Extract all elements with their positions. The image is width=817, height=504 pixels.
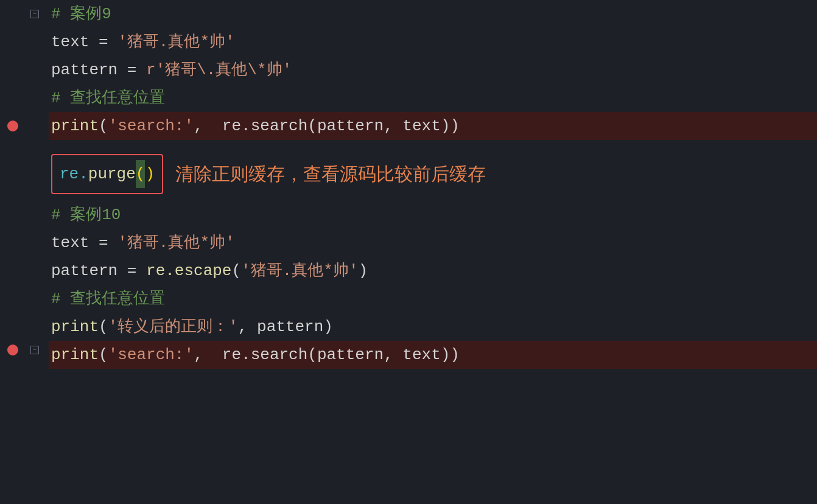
plain-2: , re.search	[194, 112, 307, 140]
plain-8: (	[99, 313, 108, 341]
func-re-escape: re.escape	[146, 257, 231, 285]
code-line-11: print ( 'search:' , re.search ( pattern …	[49, 341, 817, 369]
string-pattern-1: r'猪哥\.真他\*帅'	[146, 56, 292, 84]
plain-7: )	[359, 257, 368, 285]
plain-15: ))	[441, 341, 460, 369]
gutter-line-11: −	[0, 336, 43, 364]
annotation-text: 清除正则缓存，查看源码比较前后缓存	[175, 160, 486, 188]
var-pattern-ref-2: pattern	[257, 313, 323, 341]
var-text-ref-1: text	[402, 112, 440, 140]
purge-method-name: purge	[88, 160, 136, 188]
plain-12: , re.search	[194, 341, 307, 369]
code-line-2: text = '猪哥.真他*帅'	[49, 28, 817, 56]
var-pattern-ref-3: pattern	[317, 341, 384, 369]
code-line-9: # 查找任意位置	[49, 285, 817, 313]
string-2: '猪哥.真他*帅'	[117, 229, 234, 257]
purge-box: re.purge()	[51, 154, 163, 194]
func-print-2: print	[51, 313, 99, 341]
gutter-line-3	[0, 56, 43, 84]
plain-3: (	[307, 112, 317, 140]
var-text-2: text	[51, 229, 89, 257]
plain-6: (	[231, 257, 241, 285]
var-text-1: text	[51, 28, 89, 56]
str-search-1: 'search:'	[108, 112, 194, 140]
breakpoint-5[interactable]	[7, 121, 18, 131]
editor-container: − − # 案例9	[0, 0, 817, 504]
plain-4: ,	[384, 112, 402, 140]
str-escaped: '转义后的正则：'	[108, 313, 238, 341]
purge-re-prefix: re.	[60, 160, 88, 188]
gutter-line-4	[0, 84, 43, 112]
plain-5: ))	[441, 112, 460, 140]
gutter-line-9	[0, 280, 43, 308]
equals-2: =	[117, 56, 146, 84]
breakpoint-11[interactable]	[7, 345, 18, 355]
gutter-line-10	[0, 308, 43, 336]
comment-find-2: # 查找任意位置	[51, 285, 165, 313]
gutter-line-8	[0, 252, 43, 280]
plain-11: (	[99, 341, 108, 369]
var-text-ref-2: text	[402, 341, 440, 369]
var-pattern-2: pattern	[51, 257, 117, 285]
func-print-1: print	[51, 112, 99, 140]
comment-9: # 案例9	[51, 0, 111, 28]
code-line-10: print ( '转义后的正则：' , pattern )	[49, 313, 817, 341]
str-search-2: 'search:'	[108, 341, 194, 369]
code-area: # 案例9 text = '猪哥.真他*帅' pattern = r'猪哥\.真…	[43, 0, 817, 504]
gutter-line-5	[0, 112, 43, 140]
func-print-3: print	[51, 341, 99, 369]
string-3: '猪哥.真他*帅'	[241, 257, 358, 285]
annotation-row: re.purge() 清除正则缓存，查看源码比较前后缓存	[49, 140, 817, 201]
purge-paren-close: )	[145, 160, 155, 188]
purge-paren-open: (	[136, 160, 146, 188]
code-line-6: # 案例10	[49, 201, 817, 229]
equals-3: =	[89, 229, 117, 257]
code-line-4: # 查找任意位置	[49, 84, 817, 112]
gutter-line-6	[0, 196, 43, 224]
gutter-line-2	[0, 28, 43, 56]
annotation-container: re.purge() 清除正则缓存，查看源码比较前后缓存	[51, 146, 486, 202]
code-line-7: text = '猪哥.真他*帅'	[49, 229, 817, 257]
plain-1: (	[99, 112, 108, 140]
comment-find-1: # 查找任意位置	[51, 84, 165, 112]
code-line-3: pattern = r'猪哥\.真他\*帅'	[49, 56, 817, 84]
code-line-1: # 案例9	[49, 0, 817, 28]
gutter-line-7	[0, 224, 43, 252]
gutter: − −	[0, 0, 43, 504]
equals-1: =	[89, 28, 117, 56]
plain-14: ,	[384, 341, 402, 369]
code-line-8: pattern = re.escape ( '猪哥.真他*帅' )	[49, 257, 817, 285]
code-line-5: print ( 'search:' , re.search ( pattern …	[49, 112, 817, 140]
string-1: '猪哥.真他*帅'	[117, 28, 234, 56]
plain-10: )	[323, 313, 333, 341]
plain-13: (	[307, 341, 317, 369]
var-pattern-ref-1: pattern	[317, 112, 384, 140]
comment-10: # 案例10	[51, 201, 121, 229]
gutter-line-1: −	[0, 0, 43, 28]
var-pattern-1: pattern	[51, 56, 117, 84]
plain-9: ,	[238, 313, 257, 341]
equals-4: =	[117, 257, 146, 285]
gutter-annotation	[0, 140, 43, 196]
fold-icon-11[interactable]: −	[30, 346, 39, 354]
fold-icon-1[interactable]: −	[30, 10, 39, 18]
